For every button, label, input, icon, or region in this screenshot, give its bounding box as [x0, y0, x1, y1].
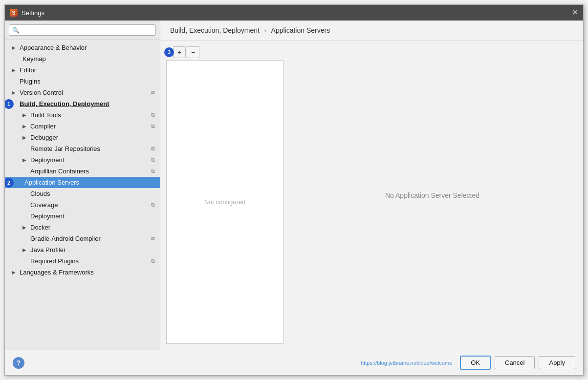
toolbar-row: 3 + − — [166, 46, 283, 58]
detail-panel: No Application Server Selected — [287, 46, 577, 344]
sidebar-item-deployment[interactable]: ▶ Deployment ⧉ — [5, 154, 160, 166]
sidebar-item-label: Docker — [30, 224, 50, 231]
sidebar-item-label: Deployment — [30, 212, 64, 220]
sidebar-item-label: Coverage — [30, 201, 58, 209]
sidebar-item-keymap[interactable]: Keymap — [5, 53, 160, 64]
sidebar-item-label: Gradle-Android Compiler — [30, 235, 101, 242]
add-server-button[interactable]: + — [173, 46, 186, 58]
sidebar-item-label: Remote Jar Repositories — [30, 145, 100, 152]
sidebar-item-label: Editor — [20, 66, 36, 74]
settings-icon: ⧉ — [151, 258, 155, 264]
breadcrumb-part1: Build, Execution, Deployment — [170, 26, 260, 34]
badge-1: 1 — [5, 99, 14, 109]
sidebar-item-appearance[interactable]: ▶ Appearance & Behavior — [5, 42, 160, 53]
sidebar-item-deployment2[interactable]: Deployment — [5, 211, 160, 222]
search-input[interactable] — [22, 26, 152, 34]
title-bar-left: S Settings — [10, 9, 44, 17]
right-panel: Build, Execution, Deployment › Applicati… — [160, 21, 583, 350]
sidebar-item-build-exec-deploy[interactable]: 1 Build, Execution, Deployment — [5, 98, 160, 109]
settings-dialog: S Settings ✕ 🔍 ▶ Appearance & Behavior — [4, 4, 584, 376]
sidebar-item-build-tools[interactable]: ▶ Build Tools ⧉ — [5, 109, 160, 121]
sidebar-item-languages[interactable]: ▶ Languages & Frameworks — [5, 267, 160, 278]
sidebar-item-label: Keymap — [22, 55, 46, 63]
app-icon: S — [10, 9, 18, 17]
sidebar-item-label: Debugger — [30, 134, 58, 141]
sidebar-item-java-profiler[interactable]: ▶ Java Profiler — [5, 244, 160, 255]
ok-button[interactable]: OK — [460, 356, 491, 370]
badge-2: 2 — [5, 178, 14, 188]
sidebar-item-label: Build, Execution, Deployment — [20, 100, 109, 107]
arrow-icon: ▶ — [22, 157, 28, 163]
remove-server-button[interactable]: − — [187, 46, 199, 58]
badge-3: 3 — [164, 47, 174, 57]
sidebar-item-coverage[interactable]: Coverage ⧉ — [5, 199, 160, 211]
main-content: 🔍 ▶ Appearance & Behavior Keymap ▶ Edito… — [5, 21, 583, 350]
settings-icon: ⧉ — [151, 112, 155, 118]
sidebar-item-arquillian[interactable]: Arquillian Containers ⧉ — [5, 166, 160, 177]
sidebar-item-docker[interactable]: ▶ Docker — [5, 222, 160, 233]
cancel-button[interactable]: Cancel — [495, 356, 535, 369]
close-button[interactable]: ✕ — [572, 9, 578, 17]
sidebar-item-plugins[interactable]: Plugins — [5, 76, 160, 87]
not-configured-label: Not configured — [204, 198, 246, 206]
no-server-selected-label: No Application Server Selected — [385, 191, 479, 199]
sidebar-tree: ▶ Appearance & Behavior Keymap ▶ Editor … — [5, 40, 160, 350]
server-list-box: Not configured — [166, 60, 283, 344]
sidebar-item-label: Application Servers — [24, 179, 79, 186]
sidebar-item-version-control[interactable]: ▶ Version Control ⧉ — [5, 87, 160, 98]
sidebar: 🔍 ▶ Appearance & Behavior Keymap ▶ Edito… — [5, 21, 160, 350]
sidebar-item-label: Appearance & Behavior — [20, 44, 87, 51]
sidebar-item-label: Compiler — [30, 123, 56, 130]
sidebar-item-label: Build Tools — [30, 111, 61, 119]
sidebar-item-label: Languages & Frameworks — [20, 269, 94, 276]
arrow-icon: ▶ — [12, 45, 18, 50]
arrow-icon: ▶ — [22, 135, 28, 140]
dialog-title: Settings — [22, 9, 44, 17]
sidebar-item-gradle-android[interactable]: Gradle-Android Compiler ⧉ — [5, 233, 160, 244]
arrow-icon: ▶ — [22, 247, 28, 253]
sidebar-item-label: Arquillian Containers — [30, 168, 89, 175]
settings-icon: ⧉ — [151, 157, 155, 163]
sidebar-item-remote-jar[interactable]: Remote Jar Repositories ⧉ — [5, 143, 160, 154]
arrow-icon: ▶ — [22, 225, 28, 230]
apply-button[interactable]: Apply — [539, 356, 575, 369]
settings-icon: ⧉ — [151, 146, 155, 152]
content-area: 3 + − Not configured No Application Serv… — [160, 41, 583, 350]
arrow-icon: ▶ — [22, 112, 28, 118]
sidebar-item-label: Deployment — [30, 156, 64, 164]
sidebar-item-label: Plugins — [20, 78, 41, 85]
sidebar-item-compiler[interactable]: ▶ Compiler ⧉ — [5, 121, 160, 132]
sidebar-item-debugger[interactable]: ▶ Debugger — [5, 132, 160, 143]
settings-icon: ⧉ — [151, 89, 155, 96]
sidebar-item-editor[interactable]: ▶ Editor — [5, 64, 160, 76]
breadcrumb: Build, Execution, Deployment › Applicati… — [160, 21, 583, 41]
arrow-icon: ▶ — [22, 124, 28, 129]
arrow-icon: ▶ — [12, 270, 18, 275]
help-button[interactable]: ? — [13, 357, 24, 369]
title-bar: S Settings ✕ — [5, 5, 583, 21]
status-text: https://blog.jetbrains.net/idea/welcome — [24, 360, 452, 366]
settings-icon: ⧉ — [151, 168, 155, 174]
search-icon: 🔍 — [12, 27, 20, 34]
dialog-buttons: OK Cancel Apply — [460, 356, 575, 370]
settings-icon: ⧉ — [151, 235, 155, 242]
bottom-bar: ? https://blog.jetbrains.net/idea/welcom… — [5, 350, 583, 375]
sidebar-item-label: Required Plugins — [30, 257, 79, 265]
arrow-icon: ▶ — [12, 90, 18, 95]
search-input-wrap[interactable]: 🔍 — [9, 24, 156, 36]
settings-icon: ⧉ — [151, 202, 155, 208]
sidebar-item-label: Clouds — [30, 190, 50, 197]
sidebar-item-label: Version Control — [20, 89, 63, 96]
sidebar-item-required-plugins[interactable]: Required Plugins ⧉ — [5, 255, 160, 267]
breadcrumb-part2: Application Servers — [271, 26, 330, 34]
arrow-icon: ▶ — [12, 67, 18, 73]
sidebar-item-label: Java Profiler — [30, 246, 65, 253]
server-list-panel: 3 + − Not configured — [166, 46, 283, 344]
sidebar-item-clouds[interactable]: Clouds — [5, 188, 160, 199]
breadcrumb-separator: › — [264, 26, 267, 34]
search-bar: 🔍 — [5, 21, 160, 40]
settings-icon: ⧉ — [151, 123, 155, 129]
sidebar-item-app-servers[interactable]: 2 Application Servers — [5, 177, 160, 188]
